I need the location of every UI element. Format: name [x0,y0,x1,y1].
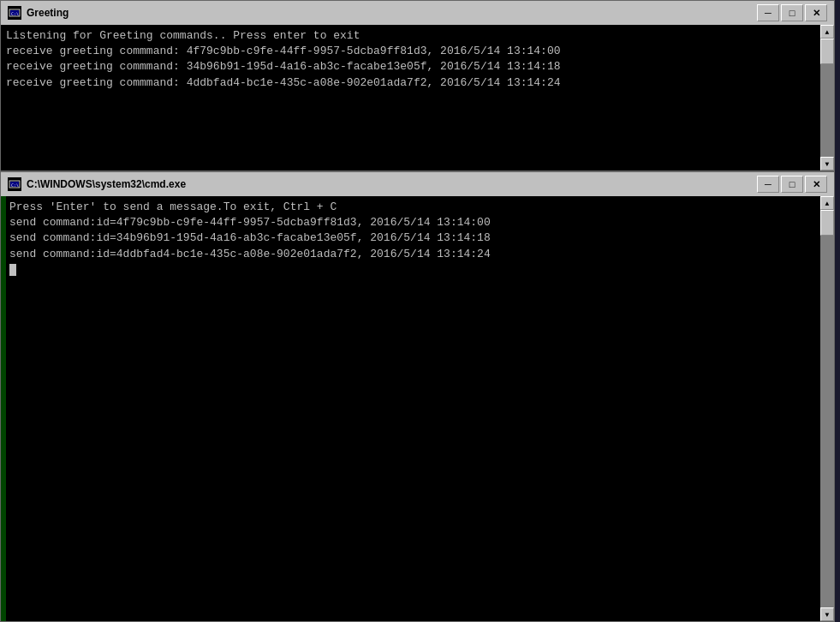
cmd-window: C:\ C:\WINDOWS\system32\cmd.exe ─ □ ✕ Pr… [0,171,835,622]
greeting-line-0: Listening for Greeting commands.. Press … [6,28,815,44]
greeting-window-icon: C:\ [8,6,21,20]
cmd-close-button[interactable]: ✕ [805,176,827,193]
greeting-line-2: receive greeting commmand: 34b96b91-195d… [6,59,815,75]
cmd-line-2: send command:id=4f79c9bb-c9fe-44ff-9957-… [9,215,815,230]
cmd-minimize-button[interactable]: ─ [757,176,779,193]
greeting-line-1: receive greeting commmand: 4f79c9bb-c9fe… [6,44,815,59]
cmd-line-4: send command:id=34b96b91-195d-4a16-ab3c-… [9,230,815,246]
greeting-scroll-track[interactable] [820,39,834,157]
greeting-scroll-up-button[interactable]: ▲ [820,25,834,39]
greeting-scrollbar[interactable]: ▲ ▼ [820,25,834,170]
greeting-scroll-thumb[interactable] [820,39,834,64]
cmd-scroll-track[interactable] [820,210,834,607]
greeting-maximize-button[interactable]: □ [781,4,803,21]
greeting-line-3: receive greeting commmand: 4ddbfad4-bc1e… [6,75,815,91]
cmd-title-bar: C:\ C:\WINDOWS\system32\cmd.exe ─ □ ✕ [1,172,834,196]
greeting-scroll-down-button[interactable]: ▼ [820,157,834,170]
cmd-cursor [9,264,16,276]
cmd-scroll-down-button[interactable]: ▼ [820,607,834,621]
cmd-cursor-line [9,262,815,278]
greeting-close-button[interactable]: ✕ [805,4,827,21]
greeting-window: C:\ Greeting ─ □ ✕ Listening for Greetin… [0,0,835,171]
greeting-window-controls: ─ □ ✕ [757,4,827,21]
greeting-minimize-button[interactable]: ─ [757,4,779,21]
greeting-title-bar: C:\ Greeting ─ □ ✕ [1,1,834,25]
cmd-maximize-button[interactable]: □ [781,176,803,193]
cmd-left-accent [1,196,6,621]
cmd-window-title: C:\WINDOWS\system32\cmd.exe [27,178,752,190]
greeting-console-output: Listening for Greeting commands.. Press … [1,25,834,170]
cmd-scrollbar[interactable]: ▲ ▼ [820,196,834,621]
cmd-window-icon: C:\ [8,177,21,191]
svg-text:C:\: C:\ [11,11,19,16]
cmd-scroll-thumb[interactable] [820,210,834,236]
svg-text:C:\: C:\ [11,182,19,188]
cmd-console-output: Press 'Enter' to send a message.To exit,… [1,196,834,621]
cmd-window-controls: ─ □ ✕ [757,176,827,193]
cmd-line-6: send command:id=4ddbfad4-bc1e-435c-a08e-… [9,247,815,262]
greeting-window-title: Greeting [27,7,752,19]
cmd-line-0: Press 'Enter' to send a message.To exit,… [9,200,815,215]
cmd-scroll-up-button[interactable]: ▲ [820,196,834,210]
